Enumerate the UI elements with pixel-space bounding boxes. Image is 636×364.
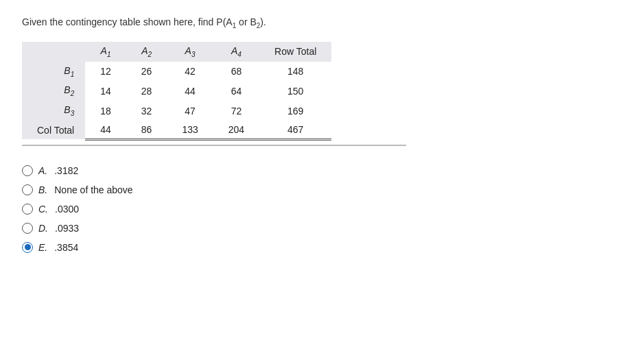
question-text: Given the contingency table shown here, … (22, 16, 614, 29)
cell-b3-total: 169 (259, 101, 331, 121)
cell-b2-total: 150 (259, 81, 331, 101)
cell-b1-total: 148 (259, 62, 331, 82)
header-a1: A1 (85, 42, 126, 62)
radio-c[interactable] (22, 204, 33, 215)
radio-d[interactable] (22, 223, 33, 234)
option-e-value: .3854 (54, 242, 78, 253)
option-b-label: B. (38, 184, 47, 195)
cell-b1-a1: 12 (85, 62, 126, 82)
option-e-label: E. (38, 242, 47, 253)
option-d-label: D. (38, 223, 48, 234)
option-b-value: None of the above (54, 184, 132, 195)
row-label-b2: B2 (22, 81, 85, 101)
radio-e[interactable] (22, 242, 33, 253)
header-a3: A3 (167, 42, 213, 62)
cell-b2-a4: 64 (213, 81, 259, 101)
header-a2: A2 (126, 42, 167, 62)
cell-b3-a4: 72 (213, 101, 259, 121)
table-header-row: A1 A2 A3 A4 Row Total (22, 42, 331, 62)
table-bottom-line (22, 145, 406, 146)
cell-b2-a1: 14 (85, 81, 126, 101)
header-row-total: Row Total (259, 42, 331, 62)
header-a4: A4 (213, 42, 259, 62)
cell-col-total-a4: 204 (213, 121, 259, 140)
cell-col-total-total: 467 (259, 121, 331, 140)
cell-b3-a2: 32 (126, 101, 167, 121)
cell-col-total-a1: 44 (85, 121, 126, 140)
cell-b2-a3: 44 (167, 81, 213, 101)
table-row: B1 12 26 42 68 148 (22, 62, 331, 82)
row-label-b1: B1 (22, 62, 85, 82)
header-empty (22, 42, 85, 62)
cell-b1-a2: 26 (126, 62, 167, 82)
col-total-row: Col Total 44 86 133 204 467 (22, 121, 331, 140)
radio-b[interactable] (22, 184, 33, 195)
cell-b3-a3: 47 (167, 101, 213, 121)
radio-a[interactable] (22, 165, 33, 176)
table-row: B2 14 28 44 64 150 (22, 81, 331, 101)
row-label-col-total: Col Total (22, 121, 85, 140)
option-a-label: A. (38, 165, 47, 176)
option-c[interactable]: C. .0300 (22, 204, 614, 215)
cell-b1-a3: 42 (167, 62, 213, 82)
cell-b2-a2: 28 (126, 81, 167, 101)
option-a[interactable]: A. .3182 (22, 165, 614, 176)
option-c-label: C. (38, 204, 48, 215)
option-b[interactable]: B. None of the above (22, 184, 614, 195)
row-label-b3: B3 (22, 101, 85, 121)
cell-col-total-a3: 133 (167, 121, 213, 140)
option-d-value: .0933 (55, 223, 79, 234)
contingency-table: A1 A2 A3 A4 Row Total B1 12 26 42 68 148… (22, 42, 614, 146)
option-e[interactable]: E. .3854 (22, 242, 614, 253)
table-row: B3 18 32 47 72 169 (22, 101, 331, 121)
option-d[interactable]: D. .0933 (22, 223, 614, 234)
cell-b1-a4: 68 (213, 62, 259, 82)
option-c-value: .0300 (55, 204, 79, 215)
option-a-value: .3182 (54, 165, 78, 176)
answer-options: A. .3182 B. None of the above C. .0300 D… (22, 165, 614, 253)
cell-b3-a1: 18 (85, 101, 126, 121)
cell-col-total-a2: 86 (126, 121, 167, 140)
